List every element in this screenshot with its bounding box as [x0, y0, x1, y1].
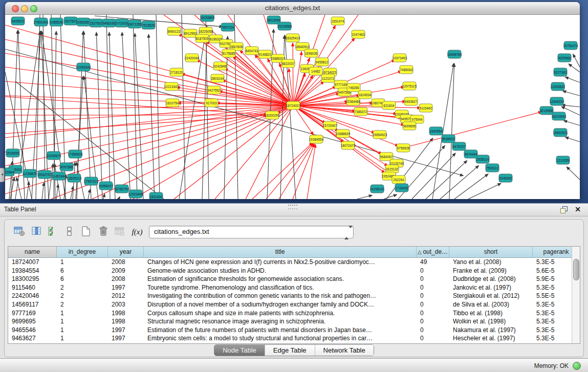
table-row[interactable]: 1830029562008Estimation of significance … [8, 275, 580, 283]
network-node[interactable]: 18325419 [286, 34, 300, 42]
table-mode-icon[interactable] [13, 225, 26, 238]
network-node[interactable]: 9245092 [499, 174, 512, 182]
network-node[interactable]: 22420046 [185, 54, 200, 62]
network-node[interactable]: 1840954 [429, 127, 443, 135]
network-node[interactable]: 917003 [205, 99, 218, 107]
network-node[interactable]: 27691406 [34, 18, 49, 26]
network-node[interactable]: 2526695 [6, 149, 19, 157]
network-node[interactable]: 6479197 [452, 142, 466, 150]
delete-column-icon[interactable] [97, 225, 110, 238]
network-node[interactable]: 16782753 [115, 185, 129, 193]
network-node[interactable]: 10653287 [76, 18, 91, 26]
network-node[interactable]: 14482 [309, 67, 322, 75]
row-height-icon[interactable] [63, 225, 76, 238]
network-node[interactable]: 9455812 [315, 58, 329, 66]
network-node[interactable]: 10973493 [393, 54, 407, 62]
network-node[interactable]: 12213343 [164, 82, 179, 91]
table-row[interactable]: 911546021997Tourette syndrome. Phenomeno… [8, 283, 580, 292]
panel-collapse-handle[interactable]: ◂ [0, 168, 5, 182]
network-node[interactable]: 9699695 [403, 122, 416, 130]
network-node[interactable]: 9405572 [11, 17, 25, 25]
table-row[interactable]: 1938455462009Genome-wide association stu… [8, 267, 580, 275]
network-node[interactable]: 7857224 [221, 23, 234, 31]
network-node[interactable]: 9097588 [60, 163, 73, 171]
network-node[interactable]: 9227343 [554, 68, 567, 76]
network-node[interactable]: 11156829 [23, 169, 37, 178]
network-node[interactable]: 16210643 [552, 112, 567, 120]
network-node[interactable]: 12975115 [402, 82, 417, 90]
network-node[interactable]: 18072479 [341, 141, 356, 149]
column-header-year[interactable]: year [108, 247, 144, 257]
table-row[interactable]: 969969511998Structural magnetic resonanc… [8, 317, 580, 326]
network-node[interactable]: 621604 [382, 101, 396, 110]
network-node[interactable]: 16033809 [200, 15, 215, 21]
panel-drag-handle[interactable] [288, 205, 297, 209]
network-node[interactable]: 9329966 [558, 54, 571, 62]
network-node[interactable]: 1047463 [352, 30, 365, 38]
table-row[interactable]: 946362711997Embryonic stem cells: a mode… [8, 334, 580, 343]
network-node[interactable]: 9474444 [464, 150, 477, 158]
network-node[interactable]: 12444154 [550, 97, 564, 105]
network-node[interactable]: 9427552 [207, 86, 221, 94]
network-node[interactable]: 8822037 [281, 59, 295, 68]
float-panel-icon[interactable] [560, 206, 568, 213]
tab-node-table[interactable]: Node Table [214, 345, 265, 356]
network-node[interactable]: 9146821 [258, 50, 272, 58]
network-node[interactable]: 15720407 [323, 121, 338, 129]
network-node[interactable]: 1527602 [90, 19, 103, 27]
scrollbar-thumb[interactable] [573, 259, 579, 280]
window-titlebar[interactable]: citations_edges.txt [5, 2, 580, 15]
table-row[interactable]: 977716911998Corpus callosum shape and si… [8, 309, 580, 318]
network-node[interactable]: 8454743 [245, 47, 258, 55]
network-node[interactable]: 7386372 [354, 107, 367, 116]
network-node[interactable]: 1696035 [304, 49, 318, 57]
column-header-name[interactable]: name [8, 247, 57, 257]
network-node[interactable]: 7515526 [142, 21, 155, 29]
table-row[interactable]: 946554611997Estimation of the future num… [8, 326, 580, 335]
column-header-out_de[interactable]: △ out_de… [417, 247, 449, 257]
network-node[interactable]: 1085528 [50, 18, 63, 26]
column-header-short[interactable]: short [449, 247, 533, 257]
network-node[interactable]: 9242848 [213, 62, 227, 70]
network-node[interactable]: 20364486 [346, 97, 361, 105]
network-node[interactable]: 9463627 [404, 97, 418, 105]
network-node[interactable]: 17957223 [84, 177, 99, 185]
function-builder-icon[interactable]: f(x) [130, 225, 144, 238]
network-node[interactable]: 16648784 [447, 50, 462, 58]
network-node[interactable]: 17359928 [68, 150, 83, 158]
network-node[interactable]: 12093832 [551, 82, 565, 91]
network-node[interactable]: 1210359 [556, 156, 570, 164]
network-node[interactable]: 18300295 [265, 111, 280, 119]
network-node[interactable]: 20206576 [47, 151, 61, 160]
network-node[interactable]: 1831404 [149, 192, 163, 199]
network-canvas[interactable]: 1872400789601238912953182260588187505818… [5, 15, 580, 199]
network-node[interactable]: 252254 [392, 176, 405, 184]
network-node[interactable]: 13505115 [67, 174, 81, 182]
network-node[interactable]: 15942757 [37, 170, 52, 179]
network-node[interactable]: 19218586 [277, 22, 292, 30]
network-node[interactable]: 746266 [347, 83, 360, 92]
table-row[interactable]: 1872400712008Changes of HCN gene express… [8, 258, 580, 267]
network-node[interactable]: 16671358 [127, 20, 142, 28]
network-node[interactable]: 9777169 [334, 80, 347, 89]
network-node[interactable]: 15751074 [563, 41, 578, 50]
network-node[interactable]: 8938923 [442, 135, 455, 143]
network-node[interactable]: 7593112 [486, 164, 499, 172]
network-node[interactable]: 9115460 [419, 104, 432, 112]
network-node[interactable]: 9756928 [397, 144, 410, 152]
tab-network-table[interactable]: Network Table [315, 345, 374, 356]
column-header-title[interactable]: title [144, 247, 417, 257]
vertical-scrollbar[interactable] [572, 247, 580, 343]
network-node[interactable]: 7485063 [400, 65, 413, 74]
create-column-icon[interactable] [79, 225, 93, 238]
show-columns-icon[interactable] [30, 225, 43, 238]
memory-status-led[interactable] [573, 362, 581, 370]
network-node[interactable]: 8175685 [222, 49, 235, 57]
network-node[interactable]: 12923448 [128, 190, 143, 198]
network-node[interactable]: 2935114 [476, 155, 489, 163]
network-node[interactable]: 2718120 [170, 68, 183, 76]
network-node[interactable]: 1733426 [395, 184, 408, 192]
close-panel-icon[interactable]: ✕ [575, 205, 581, 213]
network-node[interactable]: 1824534 [358, 91, 372, 99]
network-node[interactable]: 1121072 [321, 74, 335, 82]
